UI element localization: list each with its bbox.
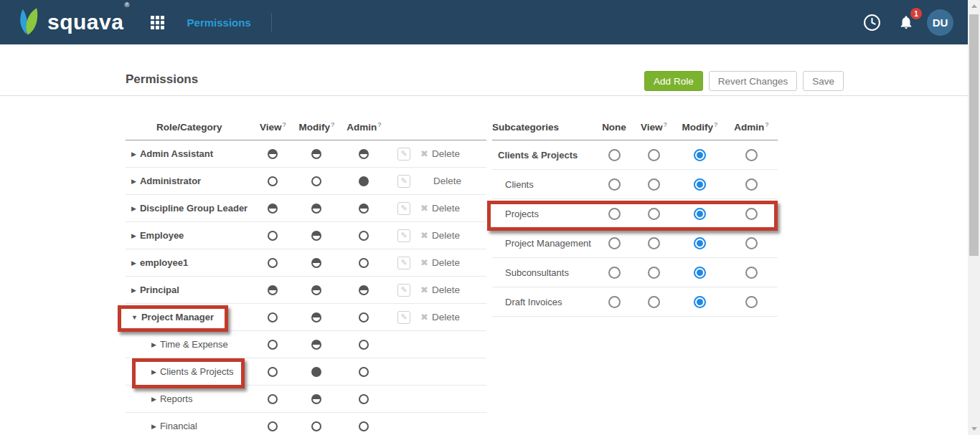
view-radio[interactable] [648,296,660,308]
edit-role-icon[interactable]: ✎ [397,284,410,297]
admin-radio[interactable] [745,178,758,191]
view-state-icon[interactable] [268,204,278,214]
scroll-up-arrow[interactable] [968,0,980,12]
view-state-icon[interactable] [268,149,278,159]
edit-role-icon[interactable]: ✎ [397,229,410,242]
admin-state-icon[interactable] [359,285,369,295]
modify-state-icon[interactable] [311,421,321,431]
none-radio[interactable] [608,178,621,191]
revert-changes-button[interactable]: Revert Changes [709,71,798,91]
modify-radio[interactable] [694,178,706,191]
apps-grid-icon[interactable] [151,16,164,29]
view-radio[interactable] [648,267,660,279]
modify-state-icon[interactable] [311,312,321,322]
role-label[interactable]: ▶Financial [126,421,197,431]
modify-radio[interactable] [694,267,706,279]
modify-state-icon[interactable] [311,367,321,377]
view-state-icon[interactable] [268,176,278,186]
history-clock-icon[interactable] [862,13,881,32]
squava-logo[interactable]: squava® [17,6,129,39]
admin-state-icon[interactable] [359,231,369,241]
help-icon[interactable]: ? [714,121,718,128]
admin-state-icon[interactable] [359,340,369,350]
admin-state-icon[interactable] [359,394,369,404]
admin-state-icon[interactable] [359,176,369,186]
delete-role-button[interactable]: Delete [420,176,461,186]
none-radio[interactable] [608,296,621,308]
delete-role-button[interactable]: ✖Delete [420,148,460,159]
view-radio[interactable] [648,237,660,249]
admin-radio[interactable] [745,149,758,161]
modify-state-icon[interactable] [311,204,321,214]
role-label[interactable]: ▶Employee [126,230,184,241]
modify-radio[interactable] [694,149,706,161]
nav-link-permissions[interactable]: Permissions [187,16,251,29]
admin-radio[interactable] [745,208,758,220]
admin-state-icon[interactable] [359,204,369,214]
modify-radio[interactable] [694,208,706,220]
role-label[interactable]: ▶Administrator [126,176,201,186]
none-radio[interactable] [608,208,621,220]
role-label[interactable]: ▶Clients & Projects [126,366,234,377]
modify-radio[interactable] [694,296,706,308]
delete-role-button[interactable]: ✖Delete [420,230,460,241]
modify-state-icon[interactable] [311,285,321,295]
role-label[interactable]: ▶employee1 [126,257,188,268]
admin-state-icon[interactable] [359,421,369,431]
edit-role-icon[interactable]: ✎ [397,202,410,215]
edit-role-icon[interactable]: ✎ [397,148,410,161]
role-label[interactable]: ▶Reports [126,393,192,404]
role-label[interactable]: ▶Discipline Group Leader [126,203,248,214]
help-icon[interactable]: ? [765,121,769,128]
modify-radio[interactable] [694,237,706,249]
view-state-icon[interactable] [268,394,278,404]
view-state-icon[interactable] [268,258,278,268]
role-label[interactable]: ▶Time & Expense [126,339,228,350]
help-icon[interactable]: ? [664,121,668,128]
role-label[interactable]: ▼Project Manager [126,312,214,322]
view-state-icon[interactable] [268,231,278,241]
delete-role-button[interactable]: ✖Delete [420,257,460,268]
edit-role-icon[interactable]: ✎ [397,257,410,269]
none-radio[interactable] [608,237,621,249]
admin-state-icon[interactable] [359,312,369,322]
user-avatar[interactable]: DU [927,9,953,36]
admin-state-icon[interactable] [359,367,369,377]
view-radio[interactable] [648,178,660,191]
admin-radio[interactable] [745,296,758,308]
help-icon[interactable]: ? [283,121,287,128]
admin-state-icon[interactable] [359,149,369,159]
modify-state-icon[interactable] [311,231,321,241]
role-label[interactable]: ▶Admin Assistant [126,148,213,159]
edit-role-icon[interactable]: ✎ [397,311,410,324]
view-radio[interactable] [648,149,660,161]
view-radio[interactable] [648,208,660,220]
delete-role-button[interactable]: ✖Delete [420,312,460,322]
role-label[interactable]: ▶Principal [126,285,179,295]
modify-state-icon[interactable] [311,258,321,268]
view-state-icon[interactable] [268,285,278,295]
delete-role-button[interactable]: ✖Delete [420,285,460,295]
admin-state-icon[interactable] [359,258,369,268]
delete-role-button[interactable]: ✖Delete [420,203,460,214]
view-state-icon[interactable] [268,421,278,431]
edit-role-icon[interactable]: ✎ [397,175,410,188]
help-icon[interactable]: ? [377,121,382,128]
none-radio[interactable] [608,149,621,161]
modify-state-icon[interactable] [311,340,321,350]
scrollbar-thumb[interactable] [969,14,979,256]
none-radio[interactable] [608,267,621,279]
add-role-button[interactable]: Add Role [644,71,703,91]
admin-radio[interactable] [745,237,758,249]
save-button[interactable]: Save [803,71,844,91]
admin-radio[interactable] [745,267,758,279]
view-state-icon[interactable] [268,312,278,322]
modify-state-icon[interactable] [311,176,321,186]
modify-state-icon[interactable] [311,149,321,159]
notifications-bell-icon[interactable]: 1 [897,13,915,32]
vertical-scrollbar[interactable] [968,0,980,435]
help-icon[interactable]: ? [331,121,335,128]
view-state-icon[interactable] [268,340,278,350]
view-state-icon[interactable] [268,367,278,377]
modify-state-icon[interactable] [311,394,321,404]
